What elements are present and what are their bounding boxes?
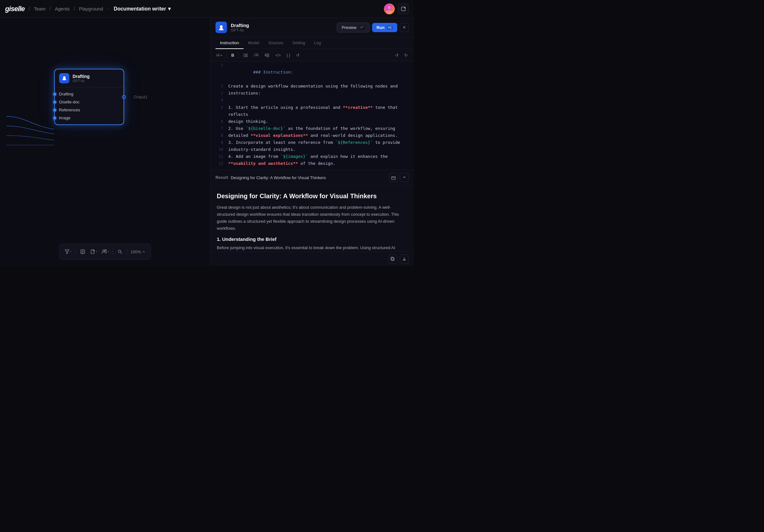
svg-point-18 [243,55,244,56]
nav-team[interactable]: Team [34,6,46,11]
instruction-editor[interactable]: 1 ### Instruction: 2 Create a design wor… [210,62,414,170]
panel-header-buttons: Preview ⌘P Run ⌘G ✕ [337,23,409,33]
result-p1: Great design is not just about aesthetic… [217,204,408,232]
tab-setting[interactable]: Setting [288,37,309,49]
svg-point-12 [105,250,106,251]
code-button[interactable]: </> [273,52,283,59]
input-drafting: Drafting [55,90,123,98]
result-label: Result [216,175,228,180]
drafting-node[interactable]: Drafting GPT-4o Output1 Drafting Giselle… [54,69,124,125]
nav-separator-3: / [74,5,75,12]
doc-view-button[interactable] [78,247,88,257]
export-icon-button[interactable] [398,4,409,14]
output-label: Output1 [134,95,147,99]
result-footer [210,252,414,266]
node-container: Drafting GPT-4o Output1 Drafting Giselle… [54,69,124,125]
zoom-control[interactable]: 100% [129,249,147,254]
code-line-4: 4 [210,97,414,104]
result-header-buttons [389,173,409,182]
bold-button[interactable]: B [229,52,236,59]
right-panel: Drafting GPT-4o Preview ⌘P Run ⌘G ✕ Inst… [210,18,414,266]
result-content[interactable]: Designing for Clarity: A Workflow for Vi… [210,186,414,252]
panel-node-title: Drafting [231,23,333,28]
app-logo[interactable]: giselle [5,5,25,13]
heading-button[interactable]: H [214,52,225,59]
unordered-list-button[interactable] [241,52,250,59]
code-line-10: 10 industry-standard insights. [210,146,414,153]
agent-dropdown-chevron: ▾ [168,6,171,12]
svg-point-15 [220,26,223,28]
input-dot-image[interactable] [53,116,56,120]
input-dot-drafting[interactable] [53,92,56,96]
output-connector[interactable] [122,95,126,99]
tab-model[interactable]: Model [244,37,264,49]
code-line-11: 11 4. Add an image from `${images}` and … [210,153,414,160]
top-navigation: giselle / Team / Agents / Playground - D… [0,0,414,18]
collapse-result-button[interactable] [400,173,409,182]
run-button[interactable]: Run ⌘G [372,23,397,32]
svg-marker-5 [65,250,69,254]
panel-close-button[interactable]: ✕ [400,23,409,32]
toolbar-sep-3 [127,248,127,255]
node-title: Drafting [73,74,90,79]
redo-button[interactable]: ↻ [402,52,410,59]
undo2-button[interactable]: ↺ [393,52,401,59]
result-h1: Designing for Clarity: A Workflow for Vi… [217,192,408,200]
code-line-5: 5 1. Start the article using a professio… [210,104,414,118]
nav-agents[interactable]: Agents [55,6,70,11]
toolbar-sep-2 [113,248,113,255]
file-button[interactable] [89,247,99,257]
nav-playground[interactable]: Playground [79,6,103,11]
code-line-12: 12 **usability and aesthetics** of the d… [210,160,414,167]
people-button[interactable] [100,247,111,257]
nav-separator-1: / [28,5,30,12]
panel-node-icon [216,22,227,33]
panel-node-model: GPT-4o [231,28,333,33]
undo-button[interactable]: ↺ [294,52,302,59]
nav-agent-name[interactable]: Documentation writer ▾ [114,6,170,12]
ordered-list-button[interactable]: 1. 2. [252,52,261,59]
code-line-8: 8 detailed **visual explanations** and r… [210,132,414,139]
etb-sep-1 [227,53,227,58]
input-references: References [55,106,123,114]
editor-toolbar: H B 1. 2. [210,49,414,62]
tab-sources[interactable]: Sources [264,37,288,49]
svg-point-20 [243,56,244,57]
download-result-button[interactable] [400,255,409,263]
copy-result-button[interactable] [388,255,397,263]
indent-button[interactable] [262,52,272,59]
braces-button[interactable]: { } [284,52,292,59]
input-image: Image [55,114,123,122]
svg-rect-29 [392,177,395,180]
node-title-group: Drafting GPT-4o [73,74,90,83]
expand-result-button[interactable] [389,173,398,182]
svg-line-14 [121,253,122,254]
search-button[interactable] [115,247,125,257]
result-p2: Before jumping into visual execution, it… [217,244,408,252]
tab-log[interactable]: Log [310,37,326,49]
code-line-3: 3 instructions: [210,90,414,97]
user-avatar[interactable] [384,4,395,14]
result-panel: Result Designing for Clarity: A Workflow… [210,170,414,266]
input-dot-references[interactable] [53,108,56,112]
code-line-7: 7 2. Use `${Giselle-doc}` as the foundat… [210,125,414,132]
canvas-toolbar: 100% [59,244,151,260]
node-inputs-list: Drafting Giselle-doc References Image [55,87,123,124]
filter-button[interactable] [63,247,74,257]
canvas-area[interactable]: Drafting GPT-4o Output1 Drafting Giselle… [0,18,210,266]
node-icon [59,73,70,83]
svg-point-1 [388,6,391,9]
code-line-6: 6 design thinking. [210,118,414,125]
code-line-9: 9 3. Incorporate at least one reference … [210,139,414,146]
tab-instruction[interactable]: Instruction [216,37,244,49]
code-line-2: 2 Create a design workflow documentation… [210,83,414,90]
preview-button[interactable]: Preview ⌘P [337,23,369,33]
canvas-connections [0,18,210,266]
svg-point-16 [243,54,244,55]
input-dot-giselle[interactable] [53,100,56,104]
main-area: Drafting GPT-4o Output1 Drafting Giselle… [0,18,414,266]
toolbar-sep-1 [76,248,76,255]
etb-sep-2 [239,53,239,58]
result-h2: 1. Understanding the Brief [217,236,408,242]
panel-header: Drafting GPT-4o Preview ⌘P Run ⌘G ✕ [210,18,414,37]
